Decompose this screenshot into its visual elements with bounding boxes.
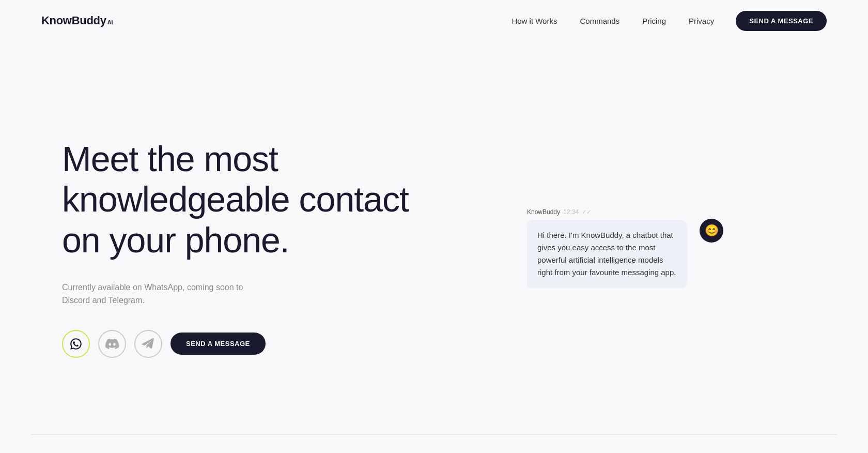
whatsapp-icon-button[interactable] [62,330,90,358]
hero-section: Meet the most knowledgeable contact on y… [0,41,868,434]
discord-icon-button[interactable] [98,330,126,358]
footer-divider [31,434,837,435]
hero-right-panel: KnowBuddy 12:34 ✓✓ Hi there. I'm KnowBud… [413,188,827,288]
chat-sender-info: KnowBuddy 12:34 ✓✓ [527,208,713,216]
chat-preview: KnowBuddy 12:34 ✓✓ Hi there. I'm KnowBud… [527,208,713,288]
logo-ai-label: AI [107,19,113,25]
chat-sender-name: KnowBuddy [527,208,560,216]
telegram-icon-button[interactable] [134,330,162,358]
hero-left-panel: Meet the most knowledgeable contact on y… [62,118,413,358]
whatsapp-icon [69,337,83,351]
header: KnowBuddy AI How it Works Commands Prici… [0,0,868,41]
nav-privacy[interactable]: Privacy [679,12,723,29]
chat-avatar: 😊 [700,219,723,243]
logo[interactable]: KnowBuddy AI [41,14,113,27]
nav-how-it-works[interactable]: How it Works [502,12,566,29]
chat-read-tick: ✓✓ [582,209,591,216]
header-send-message-button[interactable]: SEND A MESSAGE [736,11,827,31]
main-nav: How it Works Commands Pricing Privacy SE… [502,11,827,31]
smiley-icon: 😊 [705,225,719,236]
nav-commands[interactable]: Commands [570,12,629,29]
discord-icon [105,337,119,351]
logo-text: KnowBuddy [41,14,106,27]
chat-time: 12:34 [563,208,579,216]
chat-message-text: Hi there. I'm KnowBuddy, a chatbot that … [537,231,676,277]
hero-actions: SEND A MESSAGE [62,330,413,358]
hero-send-message-button[interactable]: SEND A MESSAGE [171,333,266,355]
hero-subtitle: Currently available on WhatsApp, coming … [62,281,413,307]
hero-title: Meet the most knowledgeable contact on y… [62,139,413,260]
nav-pricing[interactable]: Pricing [633,12,675,29]
chat-bubble: Hi there. I'm KnowBuddy, a chatbot that … [527,220,687,288]
telegram-icon [142,337,155,351]
